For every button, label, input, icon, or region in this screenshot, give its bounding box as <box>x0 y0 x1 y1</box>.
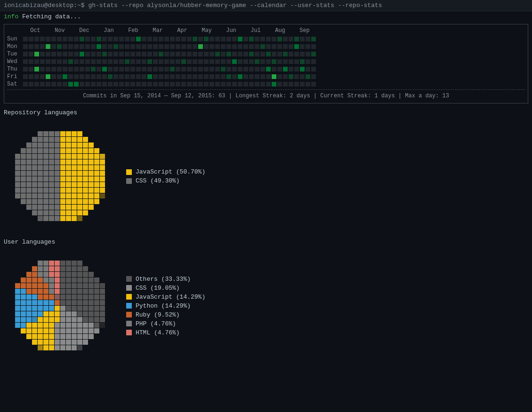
day-label: Wed <box>7 58 23 65</box>
cal-cell <box>243 74 248 79</box>
cal-cell <box>125 37 129 41</box>
cal-cell <box>176 44 180 49</box>
cal-cell <box>136 44 141 49</box>
calendar-row-fri: Fri <box>7 73 525 80</box>
month-label: Jan <box>97 27 121 34</box>
cal-cell <box>272 74 276 79</box>
cal-cell <box>215 67 220 71</box>
cal-cell <box>255 52 259 56</box>
cal-cell <box>272 59 276 64</box>
cal-cell <box>272 44 276 49</box>
cal-cell <box>51 82 56 87</box>
cal-cell <box>91 52 96 56</box>
cal-cell <box>136 74 141 79</box>
legend-label: Ruby (9.52%) <box>136 311 180 318</box>
cal-cell <box>142 44 146 49</box>
cal-cell <box>260 67 265 71</box>
cal-cell <box>23 82 28 87</box>
cal-cell <box>97 74 101 79</box>
cal-cell <box>159 67 163 71</box>
cal-cell <box>238 59 242 64</box>
cal-cell <box>181 82 186 87</box>
cal-cell <box>102 52 107 56</box>
cal-cell <box>51 59 56 64</box>
cal-cell <box>204 59 209 64</box>
cal-cell <box>74 44 79 49</box>
cal-cell <box>63 59 67 64</box>
cal-cell <box>272 82 276 87</box>
cal-cell <box>113 52 118 56</box>
legend-color-box <box>126 178 132 184</box>
cal-cell <box>147 37 152 41</box>
legend-item: CSS (49.30%) <box>126 177 205 184</box>
legend-label: Others (33.33%) <box>136 276 191 283</box>
cal-cell <box>147 74 152 79</box>
cal-cell <box>164 52 169 56</box>
cal-cell <box>300 52 305 56</box>
cal-cell <box>283 59 288 64</box>
cal-cell <box>249 44 254 49</box>
cal-cell <box>119 44 124 49</box>
cal-cell <box>142 82 146 87</box>
cal-cell <box>255 59 259 64</box>
cal-cell <box>215 37 220 41</box>
legend-color-box <box>126 294 132 300</box>
cal-cell <box>119 74 124 79</box>
cal-cell <box>85 74 90 79</box>
calendar-row-sat: Sat <box>7 81 525 87</box>
cal-cell <box>204 37 209 41</box>
cal-cell <box>232 59 237 64</box>
cal-cell <box>147 82 152 87</box>
cal-cell <box>215 44 220 49</box>
legend-color-box <box>126 321 132 326</box>
cal-cell <box>300 82 305 87</box>
cal-cell <box>226 44 231 49</box>
legend-label: Python (14.29%) <box>136 302 191 309</box>
cal-cell <box>249 59 254 64</box>
cal-cell <box>80 37 84 41</box>
cal-cell <box>210 82 214 87</box>
cal-cell <box>266 52 271 56</box>
cal-cell <box>63 74 67 79</box>
cal-cell <box>249 52 254 56</box>
calendar-row-thu: Thu <box>7 66 525 72</box>
cal-cell <box>226 82 231 87</box>
legend-color-box <box>126 330 132 335</box>
cal-cell <box>283 74 288 79</box>
cal-cell <box>102 44 107 49</box>
cal-cell <box>187 74 192 79</box>
cal-cell <box>74 59 79 64</box>
cal-cell <box>57 37 62 41</box>
cal-cell <box>57 59 62 64</box>
cal-cell <box>283 52 288 56</box>
cal-cell <box>289 37 293 41</box>
cal-cell <box>130 74 135 79</box>
cal-cell <box>164 74 169 79</box>
cal-cell <box>23 59 28 64</box>
cal-cell <box>306 52 310 56</box>
cal-cell <box>34 67 39 71</box>
cal-cell <box>221 74 226 79</box>
cal-cell <box>226 67 231 71</box>
legend-item: PHP (4.76%) <box>126 320 205 327</box>
cal-cell <box>176 74 180 79</box>
calendar-row-tue: Tue <box>7 51 525 57</box>
cal-cell <box>232 44 237 49</box>
cal-cell <box>164 59 169 64</box>
cal-cell <box>29 52 33 56</box>
cal-cell <box>125 59 129 64</box>
cal-cell <box>46 74 50 79</box>
cal-cell <box>29 74 33 79</box>
cal-cell <box>108 59 113 64</box>
cal-cell <box>210 44 214 49</box>
cal-cell <box>210 59 214 64</box>
cal-cell <box>277 74 282 79</box>
cal-cell <box>136 59 141 64</box>
cal-cell <box>74 37 79 41</box>
cal-cell <box>97 82 101 87</box>
cal-cell <box>294 67 299 71</box>
cal-cell <box>153 52 158 56</box>
cal-cell <box>108 37 113 41</box>
cal-cell <box>102 37 107 41</box>
cal-cell <box>255 82 259 87</box>
